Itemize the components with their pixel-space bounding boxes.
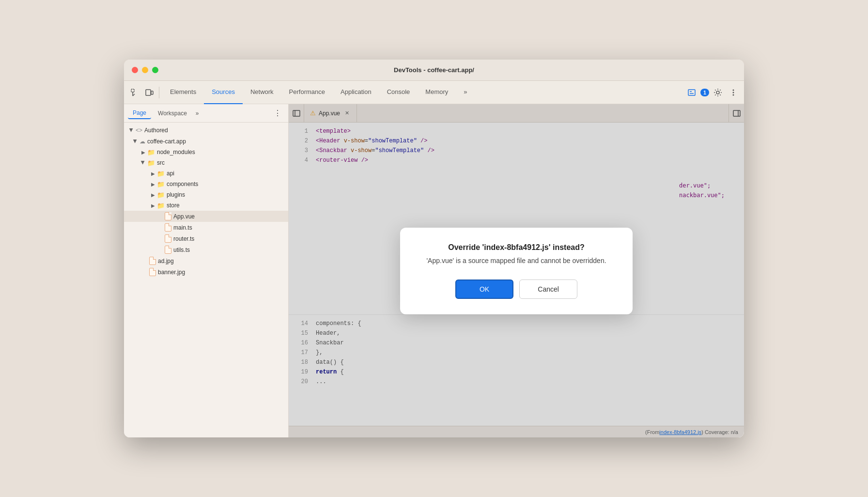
title-bar: DevTools - coffee-cart.app/	[124, 60, 744, 81]
authored-arrow: ▶	[128, 126, 136, 134]
tree-item-utils-ts[interactable]: ▶ utils.ts	[124, 244, 288, 255]
svg-rect-0	[131, 89, 134, 92]
svg-point-11	[733, 94, 734, 95]
utils-ts-file-icon	[165, 246, 171, 254]
tree-item-app-vue[interactable]: ▶ App.vue	[124, 211, 288, 222]
toolbar-separator	[159, 87, 159, 98]
router-ts-file-icon	[165, 234, 171, 243]
root-arrow: ▶	[132, 138, 140, 145]
components-folder-icon: 📁	[157, 181, 165, 188]
svg-rect-5	[688, 90, 695, 95]
router-ts-label: router.ts	[173, 235, 194, 242]
cloud-icon: ☁	[140, 138, 145, 145]
src-arrow: ▶	[140, 159, 147, 167]
main-ts-file-icon	[165, 223, 171, 232]
dialog-title: Override 'index-8bfa4912.js' instead?	[419, 243, 613, 252]
dialog: Override 'index-8bfa4912.js' instead? 'A…	[400, 228, 633, 314]
plugins-label: plugins	[167, 191, 185, 198]
panel-more-icon[interactable]: ⋮	[271, 107, 284, 120]
left-panel: Page Workspace » ⋮ ▶ <> Authored	[124, 104, 289, 437]
more-options-icon[interactable]	[727, 86, 740, 99]
panel-actions: ⋮	[271, 107, 284, 120]
ad-jpg-file-icon	[149, 257, 156, 265]
api-arrow: ▶	[149, 170, 157, 177]
components-arrow: ▶	[149, 180, 157, 188]
tree-item-components[interactable]: ▶ 📁 components	[124, 179, 288, 189]
banner-jpg-file-icon	[149, 268, 156, 276]
minimize-button[interactable]	[142, 67, 148, 73]
authored-label: Authored	[144, 127, 168, 134]
components-label: components	[167, 181, 198, 187]
tab-network[interactable]: Network	[243, 81, 281, 104]
tree-item-router-ts[interactable]: ▶ router.ts	[124, 233, 288, 244]
panel-tab-workspace[interactable]: Workspace	[153, 108, 192, 119]
device-toolbar-icon[interactable]	[142, 86, 156, 99]
code-icon: <>	[136, 127, 142, 134]
src-folder-icon: 📁	[147, 159, 155, 167]
dialog-buttons: OK Cancel	[419, 280, 613, 299]
main-ts-label: main.ts	[173, 224, 192, 231]
svg-rect-4	[151, 91, 153, 94]
traffic-lights	[132, 67, 158, 73]
tree-item-ad-jpg[interactable]: ▶ ad.jpg	[124, 255, 288, 266]
panel-tabs: Page Workspace » ⋮	[124, 104, 288, 123]
utils-ts-label: utils.ts	[173, 247, 190, 253]
plugins-arrow: ▶	[149, 191, 157, 199]
tab-memory[interactable]: Memory	[418, 81, 456, 104]
tree-item-main-ts[interactable]: ▶ main.ts	[124, 222, 288, 233]
main-content: Page Workspace » ⋮ ▶ <> Authored	[124, 104, 744, 437]
api-folder-icon: 📁	[157, 170, 165, 177]
tab-more[interactable]: »	[456, 81, 475, 104]
svg-rect-3	[146, 90, 151, 95]
svg-point-8	[716, 91, 719, 94]
inspect-element-icon[interactable]	[128, 86, 141, 99]
console-badge: 1	[700, 89, 709, 96]
maximize-button[interactable]	[152, 67, 158, 73]
tree-item-src[interactable]: ▶ 📁 src	[124, 157, 288, 168]
plugins-folder-icon: 📁	[157, 191, 165, 199]
file-tree: ▶ <> Authored ▶ ☁ coffee-cart.app ▶ 📁 no…	[124, 123, 288, 437]
dialog-ok-button[interactable]: OK	[455, 280, 513, 299]
tab-sources[interactable]: Sources	[204, 81, 243, 104]
dialog-overlay: Override 'index-8bfa4912.js' instead? 'A…	[289, 104, 744, 437]
authored-section[interactable]: ▶ <> Authored	[124, 124, 288, 136]
api-label: api	[167, 170, 174, 177]
dialog-cancel-button[interactable]: Cancel	[519, 280, 577, 299]
devtools-toolbar: Elements Sources Network Performance App…	[124, 81, 744, 104]
tree-item-api[interactable]: ▶ 📁 api	[124, 168, 288, 179]
ad-jpg-label: ad.jpg	[158, 258, 174, 264]
src-label: src	[157, 159, 165, 166]
banner-jpg-label: banner.jpg	[158, 269, 185, 276]
tab-elements[interactable]: Elements	[162, 81, 204, 104]
tree-item-plugins[interactable]: ▶ 📁 plugins	[124, 189, 288, 200]
toolbar-tabs: Elements Sources Network Performance App…	[162, 81, 684, 104]
store-folder-icon: 📁	[157, 202, 165, 209]
tree-item-node-modules[interactable]: ▶ 📁 node_modules	[124, 147, 288, 157]
toolbar-right: 1	[685, 86, 740, 99]
root-label: coffee-cart.app	[147, 138, 186, 145]
console-icon[interactable]	[685, 86, 698, 99]
tab-performance[interactable]: Performance	[281, 81, 333, 104]
app-vue-file-icon	[165, 212, 171, 220]
tree-item-root[interactable]: ▶ ☁ coffee-cart.app	[124, 136, 288, 147]
tab-console[interactable]: Console	[379, 81, 418, 104]
devtools-window: DevTools - coffee-cart.app/ Elements Sou…	[124, 60, 744, 437]
dialog-message: 'App.vue' is a source mapped file and ca…	[419, 256, 613, 266]
app-vue-label: App.vue	[173, 213, 195, 220]
folder-icon: 📁	[147, 149, 155, 156]
store-label: store	[167, 202, 180, 209]
store-arrow: ▶	[149, 202, 157, 209]
tree-item-store[interactable]: ▶ 📁 store	[124, 200, 288, 211]
node-modules-arrow: ▶	[140, 148, 147, 156]
right-panel: ⚠ App.vue ✕ 1 <template>	[289, 104, 744, 437]
node-modules-label: node_modules	[157, 149, 195, 155]
settings-icon[interactable]	[711, 86, 725, 99]
svg-point-9	[733, 89, 734, 91]
svg-point-10	[733, 92, 734, 93]
panel-tab-more[interactable]: »	[194, 108, 201, 119]
panel-tab-page[interactable]: Page	[128, 108, 151, 119]
tab-application[interactable]: Application	[333, 81, 379, 104]
tree-item-banner-jpg[interactable]: ▶ banner.jpg	[124, 266, 288, 278]
close-button[interactable]	[132, 67, 138, 73]
window-title: DevTools - coffee-cart.app/	[394, 66, 474, 74]
